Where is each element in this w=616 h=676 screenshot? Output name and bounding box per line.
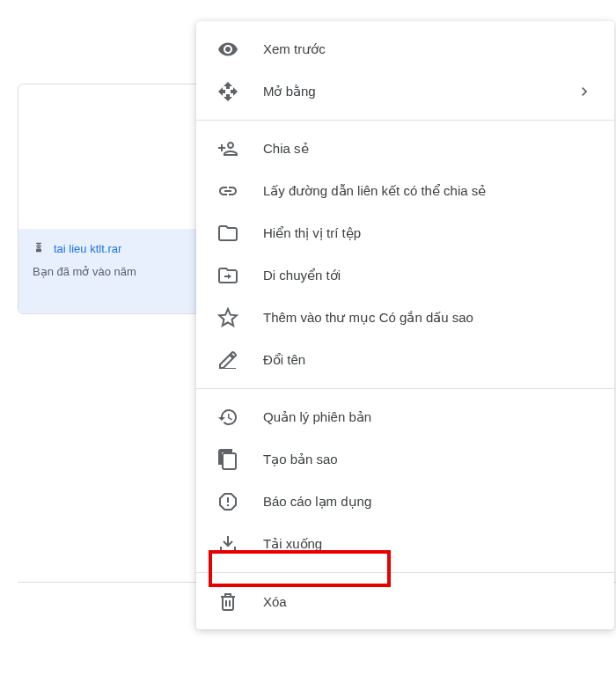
menu-label: Thêm vào thư mục Có gắn dấu sao (263, 310, 593, 326)
menu-open-with[interactable]: Mở bằng (196, 70, 614, 113)
menu-show-location[interactable]: Hiển thị vị trí tệp (196, 212, 614, 254)
person-add-icon (217, 138, 238, 159)
menu-share[interactable]: Chia sẻ (196, 128, 614, 170)
menu-label: Quản lý phiên bản (263, 409, 593, 425)
menu-remove[interactable]: Xóa (196, 580, 614, 622)
copy-icon (217, 449, 238, 470)
file-name: tai lieu ktlt.rar (54, 242, 121, 255)
menu-label: Tải xuống (263, 536, 593, 552)
star-icon (217, 307, 238, 328)
link-icon (217, 180, 238, 202)
archive-icon (33, 241, 45, 256)
menu-rename[interactable]: Đổi tên (196, 339, 614, 381)
menu-label: Mở bằng (263, 84, 576, 99)
file-card[interactable]: tai lieu ktlt.rar Bạn đã mở vào năm (18, 84, 202, 314)
history-icon (217, 407, 238, 428)
context-menu: Xem trước Mở bằng Chia sẻ Lấy đường dẫn … (196, 21, 614, 629)
menu-move-to[interactable]: Di chuyển tới (196, 254, 614, 297)
eye-icon (217, 39, 238, 60)
pencil-icon (217, 349, 238, 371)
menu-add-star[interactable]: Thêm vào thư mục Có gắn dấu sao (196, 297, 614, 339)
menu-divider (196, 572, 614, 573)
menu-label: Lấy đường dẫn liên kết có thể chia sẻ (263, 183, 593, 199)
menu-report-abuse[interactable]: Báo cáo lạm dụng (196, 481, 614, 523)
menu-download[interactable]: Tải xuống (196, 523, 614, 565)
open-with-icon (217, 81, 238, 102)
menu-divider (196, 388, 614, 389)
menu-make-copy[interactable]: Tạo bản sao (196, 438, 614, 481)
chevron-right-icon (576, 83, 593, 100)
menu-label: Tạo bản sao (263, 452, 593, 467)
menu-label: Xem trước (263, 41, 593, 57)
report-icon (217, 491, 238, 512)
file-title-row: tai lieu ktlt.rar (33, 241, 187, 256)
menu-label: Xóa (263, 594, 593, 609)
menu-label: Chia sẻ (263, 141, 593, 157)
file-card-selected-area: tai lieu ktlt.rar Bạn đã mở vào năm (18, 229, 202, 313)
menu-label: Hiển thị vị trí tệp (263, 225, 593, 241)
menu-preview[interactable]: Xem trước (196, 28, 614, 70)
menu-label: Đổi tên (263, 352, 593, 368)
menu-manage-versions[interactable]: Quản lý phiên bản (196, 396, 614, 438)
file-subtitle: Bạn đã mở vào năm (33, 265, 187, 278)
menu-label: Di chuyển tới (263, 268, 593, 283)
menu-get-link[interactable]: Lấy đường dẫn liên kết có thể chia sẻ (196, 170, 614, 212)
download-icon (217, 533, 238, 555)
folder-move-icon (217, 265, 238, 286)
menu-label: Báo cáo lạm dụng (263, 494, 593, 510)
menu-divider (196, 120, 614, 121)
folder-icon (217, 223, 238, 244)
trash-icon (217, 591, 238, 612)
